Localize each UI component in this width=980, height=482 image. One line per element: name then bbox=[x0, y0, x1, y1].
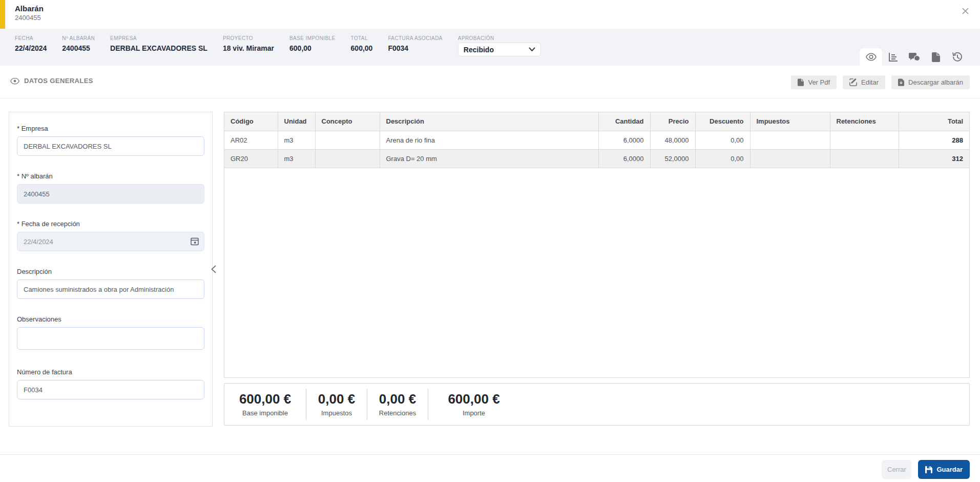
edit-icon bbox=[849, 78, 857, 86]
close-icon[interactable] bbox=[960, 5, 971, 16]
datos-generales-form: * Empresa * Nº albarán * Fecha de recepc… bbox=[9, 112, 213, 427]
total-retenciones: 0,00 € Retenciones bbox=[367, 389, 428, 420]
tab-documents[interactable] bbox=[925, 48, 947, 66]
guardar-button[interactable]: Guardar bbox=[918, 460, 970, 479]
info-field-base-imponible: BASE IMPONIBLE 600,00 bbox=[289, 35, 336, 52]
albaran-modal: Albarán 2400455 FECHA 22/4/2024 Nº ALBAR… bbox=[0, 0, 980, 482]
history-icon bbox=[952, 52, 963, 62]
info-field-aprobacion: APROBACIÓN Recibido bbox=[458, 35, 541, 56]
descargar-albaran-button[interactable]: Descargar albarán bbox=[891, 75, 970, 89]
calendar-icon[interactable] bbox=[191, 237, 199, 246]
cerrar-button[interactable]: Cerrar bbox=[882, 460, 911, 479]
col-impuestos[interactable]: Impuestos bbox=[750, 112, 830, 131]
info-fields: FECHA 22/4/2024 Nº ALBARÁN 2400455 EMPRE… bbox=[15, 29, 541, 66]
bar-chart-icon bbox=[888, 52, 898, 62]
section-title: DATOS GENERALES bbox=[24, 77, 93, 85]
col-codigo[interactable]: Código bbox=[224, 112, 278, 131]
chevron-left-icon bbox=[211, 265, 216, 273]
numero-factura-label: Número de factura bbox=[17, 368, 204, 376]
field-descripcion: Descripción bbox=[17, 268, 204, 299]
modal-header: Albarán 2400455 bbox=[0, 0, 980, 29]
field-fecha-recepcion: * Fecha de recepción bbox=[17, 220, 204, 251]
toolbar-buttons: Ver Pdf Editar Descargar albarán bbox=[791, 75, 970, 89]
section-header: DATOS GENERALES bbox=[10, 77, 93, 85]
fecha-recepcion-label: * Fecha de recepción bbox=[17, 220, 204, 228]
table-header-row: Código Unidad Concepto Descripción Canti… bbox=[224, 112, 969, 131]
numero-factura-input[interactable] bbox=[17, 380, 204, 399]
section-toolbar: DATOS GENERALES Ver Pdf Editar Descargar… bbox=[0, 66, 980, 98]
view-tabstrip bbox=[860, 48, 968, 66]
document-icon bbox=[932, 52, 940, 62]
col-descripcion[interactable]: Descripción bbox=[380, 112, 598, 131]
eye-icon bbox=[10, 77, 19, 85]
info-field-factura-asociada: FACTURA ASOCIADA F0034 bbox=[388, 35, 442, 52]
col-total[interactable]: Total bbox=[899, 112, 969, 131]
fecha-recepcion-input[interactable] bbox=[17, 232, 204, 251]
accent-bar bbox=[0, 0, 5, 29]
field-numero-factura: Número de factura bbox=[17, 368, 204, 399]
albaran-number: 2400455 bbox=[15, 14, 41, 22]
info-field-proyecto: PROYECTO 18 viv. Miramar bbox=[223, 35, 274, 52]
col-retenciones[interactable]: Retenciones bbox=[830, 112, 899, 131]
info-field-empresa: EMPRESA DERBAL EXCAVADORES SL bbox=[110, 35, 207, 52]
col-descuento[interactable]: Descuento bbox=[695, 112, 750, 131]
field-num-albaran: * Nº albarán bbox=[17, 172, 204, 204]
page-title: Albarán bbox=[15, 4, 44, 13]
collapse-panel-handle[interactable] bbox=[207, 263, 220, 275]
empresa-label: * Empresa bbox=[17, 125, 204, 132]
tab-measurements[interactable] bbox=[882, 48, 904, 66]
info-band: FECHA 22/4/2024 Nº ALBARÁN 2400455 EMPRE… bbox=[0, 29, 980, 66]
editar-button[interactable]: Editar bbox=[843, 75, 885, 89]
empresa-input[interactable] bbox=[17, 136, 204, 156]
modal-footer: Cerrar Guardar bbox=[0, 454, 980, 482]
eye-icon bbox=[866, 53, 877, 61]
table-row[interactable]: AR02 m3 Arena de rio fina 6,0000 48,0000… bbox=[224, 131, 969, 149]
col-cantidad[interactable]: Cantidad bbox=[598, 112, 650, 131]
tab-comments[interactable] bbox=[904, 48, 925, 66]
tab-history[interactable] bbox=[947, 48, 968, 66]
ver-pdf-button[interactable]: Ver Pdf bbox=[791, 75, 837, 89]
download-file-icon bbox=[898, 78, 904, 86]
lines-table-container: Código Unidad Concepto Descripción Canti… bbox=[224, 112, 970, 378]
aprobacion-selected-value: Recibido bbox=[464, 46, 494, 54]
chevron-down-icon bbox=[529, 47, 535, 52]
field-empresa: * Empresa bbox=[17, 125, 204, 156]
field-observaciones: Observaciones bbox=[17, 315, 204, 352]
descripcion-label: Descripción bbox=[17, 268, 204, 275]
file-icon bbox=[798, 78, 804, 86]
descripcion-input[interactable] bbox=[17, 279, 204, 299]
num-albaran-label: * Nº albarán bbox=[17, 172, 204, 180]
lines-table: Código Unidad Concepto Descripción Canti… bbox=[224, 112, 969, 168]
tab-view-eye[interactable] bbox=[860, 48, 882, 66]
totals-summary: 600,00 € Base imponible 0,00 € Impuestos… bbox=[224, 383, 970, 426]
total-base-imponible: 600,00 € Base imponible bbox=[224, 389, 306, 420]
aprobacion-select[interactable]: Recibido bbox=[458, 43, 541, 56]
info-field-total: TOTAL 600,00 bbox=[351, 35, 373, 52]
num-albaran-input bbox=[17, 184, 204, 204]
save-icon bbox=[925, 466, 932, 473]
observaciones-textarea[interactable] bbox=[17, 327, 204, 350]
comments-icon bbox=[909, 52, 920, 62]
total-impuestos: 0,00 € Impuestos bbox=[306, 389, 367, 420]
info-field-num-albaran: Nº ALBARÁN 2400455 bbox=[62, 35, 95, 52]
col-precio[interactable]: Precio bbox=[650, 112, 695, 131]
col-unidad[interactable]: Unidad bbox=[278, 112, 315, 131]
info-field-fecha: FECHA 22/4/2024 bbox=[15, 35, 47, 52]
table-row[interactable]: GR20 m3 Grava D= 20 mm 6,0000 52,0000 0,… bbox=[224, 149, 969, 168]
col-concepto[interactable]: Concepto bbox=[315, 112, 380, 131]
total-importe: 600,00 € Importe bbox=[428, 389, 519, 420]
observaciones-label: Observaciones bbox=[17, 315, 204, 323]
